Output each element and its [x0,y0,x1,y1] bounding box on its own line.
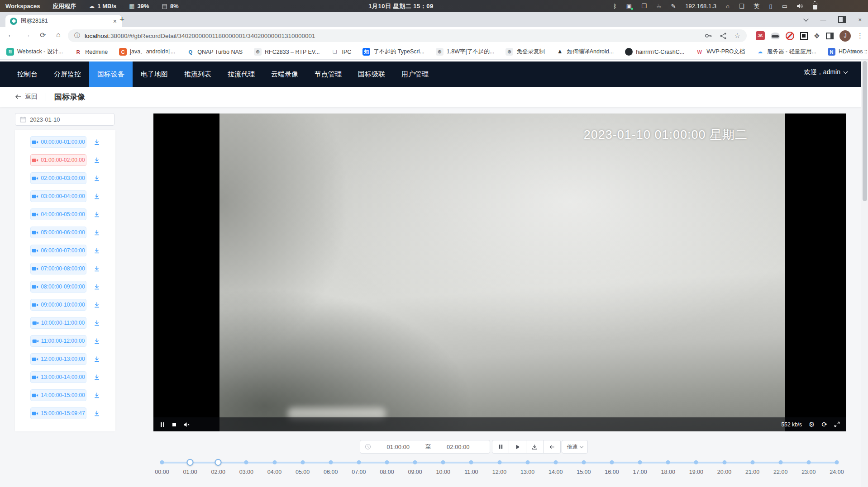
record-download-button[interactable] [94,338,100,344]
nav-tab[interactable]: 推流列表 [176,61,219,87]
tab-close-button[interactable]: × [112,18,118,25]
record-download-button[interactable] [94,247,100,254]
record-segment-button[interactable]: 04:00:00-05:00:00 [30,208,86,220]
workspaces-button[interactable]: Workspaces [5,3,40,9]
record-segment-button[interactable]: 01:00:00-02:00:00 [30,154,86,166]
nav-tab[interactable]: 拉流代理 [219,61,263,87]
nav-tab[interactable]: 控制台 [9,61,46,87]
windows-icon[interactable]: ❑ [739,3,744,9]
bookmark-item[interactable]: ≋ Webstack - 设计... [6,48,63,56]
record-segment-button[interactable]: 07:00:00-08:00:00 [30,263,86,274]
record-download-button[interactable] [94,392,100,398]
battery-icon[interactable] [813,3,817,9]
record-segment-button[interactable]: 14:00:00-15:00:00 [30,389,86,401]
record-segment-button[interactable]: 15:00:00-15:09:47 [30,407,86,419]
record-download-button[interactable] [94,302,100,308]
record-segment-button[interactable]: 06:00:00-07:00:00 [30,245,86,256]
record-download-button[interactable] [94,265,100,272]
bookmark-item[interactable]: ⊕ 免登录复制 [506,48,545,56]
record-download-button[interactable] [94,374,100,380]
browser-tab[interactable]: 国标28181 × [5,15,122,27]
record-download-button[interactable] [94,229,100,236]
bluetooth-icon[interactable]: ᛒ [613,3,617,9]
end-time-input[interactable]: 02:00:00 [431,444,486,450]
play-button[interactable] [509,440,526,454]
scrollbar-thumb[interactable] [863,61,867,201]
nav-tab[interactable]: 国标设备 [89,61,133,87]
record-segment-button[interactable]: 05:00:00-06:00:00 [30,227,86,238]
tab-search-icon[interactable] [804,16,809,21]
extensions-puzzle-icon[interactable]: ❖ [814,32,820,40]
video-player[interactable]: 2023-01-10 01:00:00 星期二 552 kb/s ⚙ ⟳ [153,113,846,431]
start-time-input[interactable]: 01:00:00 [371,444,425,450]
bookmark-item[interactable]: ☁ 服务器 - 轻量应用... [756,48,816,56]
nav-tab[interactable]: 用户管理 [393,61,437,87]
record-segment-button[interactable]: 00:00:00-01:00:00 [30,136,86,148]
record-segment-button[interactable]: 02:00:00-03:00:00 [30,172,86,184]
record-download-button[interactable] [94,157,100,163]
user-menu[interactable]: 欢迎，admin [804,60,847,85]
applications-button[interactable]: 应用程序 [52,2,76,10]
window-restore-button[interactable] [838,16,846,23]
bookmark-star-icon[interactable]: ☆ [734,32,740,40]
player-fullscreen-icon[interactable] [834,421,840,427]
page-scrollbar[interactable] [861,60,868,487]
nav-tab[interactable]: 电子地图 [133,61,176,87]
back-button[interactable]: 返回 [14,93,38,101]
bookmark-item[interactable]: Q QNAP Turbo NAS [186,48,243,56]
volume-icon[interactable] [797,4,803,9]
bookmark-item[interactable]: C java、android可... [119,48,175,56]
coffee-icon[interactable]: ☕ [656,3,662,9]
nav-tab[interactable]: 分屏监控 [46,61,89,87]
record-segment-button[interactable]: 10:00:00-11:00:00 [30,317,86,329]
profile-avatar[interactable]: J [839,30,851,42]
record-segment-button[interactable]: 08:00:00-09:00:00 [30,281,86,293]
address-bar[interactable]: ⓘ localhost:38080/#/gbRecordDetail/34020… [68,29,747,42]
browser-menu-icon[interactable]: ⋮ [857,32,863,40]
record-segment-button[interactable]: 12:00:00-13:00:00 [30,353,86,365]
extension-adblock-icon[interactable] [786,32,794,40]
player-mute-button[interactable] [183,422,191,427]
record-download-button[interactable] [94,410,100,416]
record-download-button[interactable] [94,320,100,326]
player-stop-button[interactable] [172,422,177,427]
bookmark-item[interactable]: hairrrrr/C-CrashC... [625,48,684,56]
download-button[interactable] [526,440,544,454]
input-method-indicator[interactable]: 英 [754,2,760,10]
site-info-icon[interactable]: ⓘ [74,32,80,40]
player-settings-icon[interactable]: ⚙ [809,421,815,428]
bookmark-item[interactable]: ❏ IPC [331,48,351,56]
time-range-picker[interactable]: 01:00:00 至 02:00:00 [360,440,490,454]
bookmark-item[interactable]: R Redmine [74,48,108,56]
pause-button[interactable] [492,440,509,454]
new-tab-button[interactable]: + [119,14,124,24]
color-picker-icon[interactable]: ✎ [671,3,676,9]
record-download-button[interactable] [94,193,100,199]
record-segment-button[interactable]: 03:00:00-04:00:00 [30,190,86,202]
window-minimize-button[interactable]: — [820,16,826,23]
record-segment-button[interactable]: 09:00:00-10:00:00 [30,299,86,311]
date-picker-input[interactable]: 2023-01-10 [15,113,114,126]
password-key-icon[interactable] [705,32,712,39]
speed-dropdown[interactable]: 倍速 [562,440,588,454]
screenshot-tool-icon[interactable]: ▣ [626,3,632,9]
record-download-button[interactable] [94,356,100,362]
extension-window-icon[interactable] [826,33,834,39]
timeline-handle[interactable] [215,459,222,466]
nav-tab[interactable]: 国标级联 [350,61,393,87]
back-icon[interactable]: ← [7,31,14,39]
record-segment-button[interactable]: 11:00:00-12:00:00 [30,335,86,347]
timeline-handle[interactable] [187,459,194,466]
extension-js-icon[interactable]: JS [756,31,765,40]
bookmark-item[interactable]: 知 了不起的 TypeScri... [362,48,424,56]
record-download-button[interactable] [94,284,100,290]
extension-frame-icon[interactable] [800,32,808,40]
nav-tab[interactable]: 云端录像 [263,61,306,87]
window-close-button[interactable]: × [858,16,862,23]
nav-tab[interactable]: 节点管理 [306,61,350,87]
reload-icon[interactable]: ⟳ [40,31,46,39]
home-button-icon[interactable]: ⌂ [56,31,61,39]
bookmark-item[interactable]: ♟ 如何编译Android... [556,48,614,56]
seek-back-button[interactable] [544,440,561,454]
ip-address[interactable]: 192.168.1.3 [685,3,716,9]
